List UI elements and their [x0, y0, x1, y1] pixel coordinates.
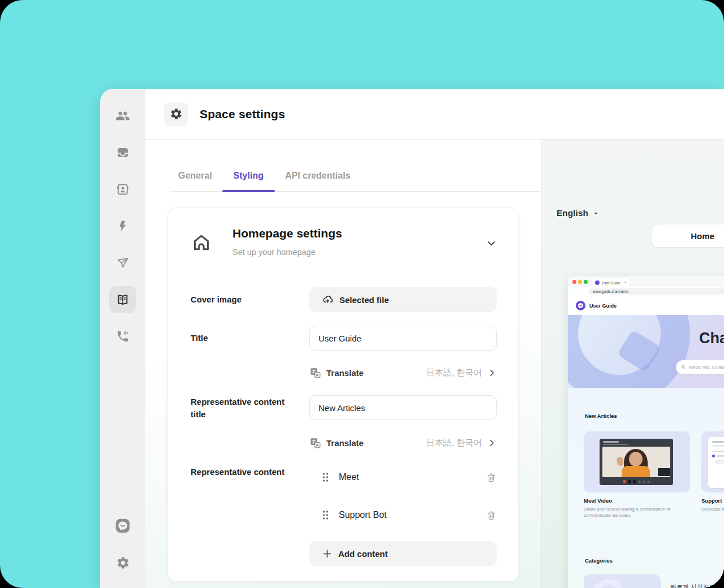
browser-titlebar: User Guide × [568, 276, 724, 287]
card-title: Homepage settings [232, 227, 342, 240]
guide-book-icon [115, 292, 130, 307]
team-icon [115, 109, 130, 123]
tab-bar: General Styling API credentials [170, 160, 542, 192]
add-content-button[interactable]: Add content [309, 541, 497, 566]
presentation-canvas: Space settings General Styling API crede… [0, 0, 724, 588]
article-description: Decrease inquiries [701, 507, 724, 513]
site-title: User Guide [589, 303, 617, 309]
close-traffic-light[interactable] [572, 280, 576, 284]
gear-icon [170, 107, 183, 120]
browser-tab[interactable]: User Guide × [592, 278, 630, 287]
sidebar-channel-logo[interactable] [109, 512, 136, 539]
chevron-down-icon[interactable] [485, 237, 497, 249]
sidebar-item-team[interactable] [109, 102, 136, 129]
language-label: English [557, 208, 588, 218]
rep-content-title-label: Representative content title [191, 396, 292, 421]
video-call-window [600, 439, 673, 485]
browser-tab-title: User Guide [602, 281, 622, 285]
channel-logo-icon [115, 518, 131, 534]
app-window: Space settings General Styling API crede… [100, 89, 724, 588]
upload-cloud-icon [322, 294, 334, 306]
contact-card-icon [116, 183, 130, 196]
translate-label: Translate [326, 438, 364, 448]
sidebar-item-guide[interactable] [109, 286, 136, 313]
tab-general[interactable]: General [178, 160, 212, 191]
page-title: Space settings [200, 107, 285, 121]
preview-panel: English Home User Guide × [541, 140, 724, 588]
add-content-label: Add content [338, 549, 388, 559]
selected-file-label: Selected file [339, 295, 389, 305]
browser-mockup: User Guide × ← → www.guide.channel.io Us… [568, 276, 724, 588]
caret-down-icon [592, 210, 600, 217]
category-decorative-glyph [593, 579, 624, 588]
close-tab-icon[interactable]: × [624, 280, 627, 285]
translate-row-rep-title[interactable]: Translate 日本語, 한국어 [309, 434, 497, 451]
sidebar-settings-button[interactable] [109, 549, 136, 576]
browser-address-bar: ← → www.guide.channel.io [568, 287, 724, 296]
tab-api-credentials[interactable]: API credentials [285, 160, 351, 191]
sidebar-item-inbox[interactable] [109, 139, 136, 166]
clipped-text-fragment: 빠르게 시작하기 [670, 583, 716, 588]
categories-heading: Categories [585, 557, 613, 564]
maximize-traffic-light[interactable] [584, 280, 588, 284]
trash-icon[interactable] [486, 510, 497, 521]
drag-handle-icon[interactable] [321, 509, 330, 521]
site-body: New Articles [568, 388, 724, 588]
send-icon [116, 256, 130, 270]
inbox-icon [116, 146, 130, 159]
url-field[interactable]: www.guide.channel.io [588, 288, 724, 295]
page-header: Space settings [145, 89, 724, 140]
hero-banner: Cha Article Title, Content [568, 315, 724, 388]
category-card[interactable] [584, 574, 661, 588]
preview-nav-home[interactable]: Home [652, 224, 724, 247]
translate-languages: 日本語, 한국어 [426, 438, 482, 448]
new-articles-heading: New Articles [585, 413, 617, 419]
sidebar-item-campaigns[interactable] [109, 249, 136, 276]
hero-heading: Cha [699, 330, 724, 347]
plus-icon [322, 548, 333, 559]
title-input[interactable] [309, 326, 497, 351]
sidebar-item-calls[interactable] [109, 323, 136, 350]
minimize-traffic-light[interactable] [578, 280, 582, 284]
forward-arrow-icon[interactable]: → [579, 289, 584, 294]
settings-content: General Styling API credentials Homepage… [145, 140, 724, 588]
lightning-icon [116, 219, 130, 233]
search-icon [681, 365, 686, 370]
article-title: Support [701, 498, 724, 504]
title-label: Title [191, 332, 292, 344]
chevron-right-icon [487, 368, 497, 378]
teal-background: Space settings General Styling API crede… [0, 0, 724, 588]
page-header-icon-box [164, 102, 188, 126]
sidebar-item-contacts[interactable] [109, 176, 136, 203]
sidebar-item-automation[interactable] [109, 213, 136, 240]
translate-row-title[interactable]: Translate 日本語, 한국어 [309, 364, 497, 381]
content-item-row: Support Bot [309, 504, 497, 526]
trash-icon[interactable] [486, 472, 497, 483]
article-thumbnail [584, 431, 690, 492]
content-item-row: Meet [309, 466, 497, 488]
main-area: Space settings General Styling API crede… [145, 89, 724, 588]
article-card-meet-video[interactable]: Meet Video Share your screen during a co… [584, 431, 690, 519]
translate-languages: 日本語, 한국어 [426, 368, 482, 378]
selected-file-button[interactable]: Selected file [309, 287, 497, 312]
tab-styling[interactable]: Styling [234, 160, 264, 191]
article-title: Meet Video [584, 498, 690, 504]
app-sidebar [100, 89, 145, 588]
content-item-label: Support Bot [339, 510, 387, 520]
translate-label: Translate [326, 368, 364, 378]
search-placeholder: Article Title, Content [689, 365, 724, 370]
phone-icon [116, 330, 130, 343]
article-search-box[interactable]: Article Title, Content [676, 360, 724, 374]
gear-icon [116, 556, 130, 570]
back-arrow-icon[interactable]: ← [572, 289, 577, 294]
card-subtitle: Set up your homepage [232, 248, 316, 257]
rep-content-label: Representative content [191, 466, 292, 478]
chat-widget-mock [708, 437, 724, 488]
language-selector[interactable]: English [557, 208, 600, 218]
content-item-label: Meet [339, 472, 359, 482]
rep-content-title-input[interactable] [309, 395, 497, 420]
cover-image-label: Cover image [191, 293, 292, 306]
drag-handle-icon[interactable] [321, 472, 330, 483]
article-card-support[interactable]: Support Decrease inquiries [701, 431, 724, 513]
favicon [595, 280, 600, 285]
